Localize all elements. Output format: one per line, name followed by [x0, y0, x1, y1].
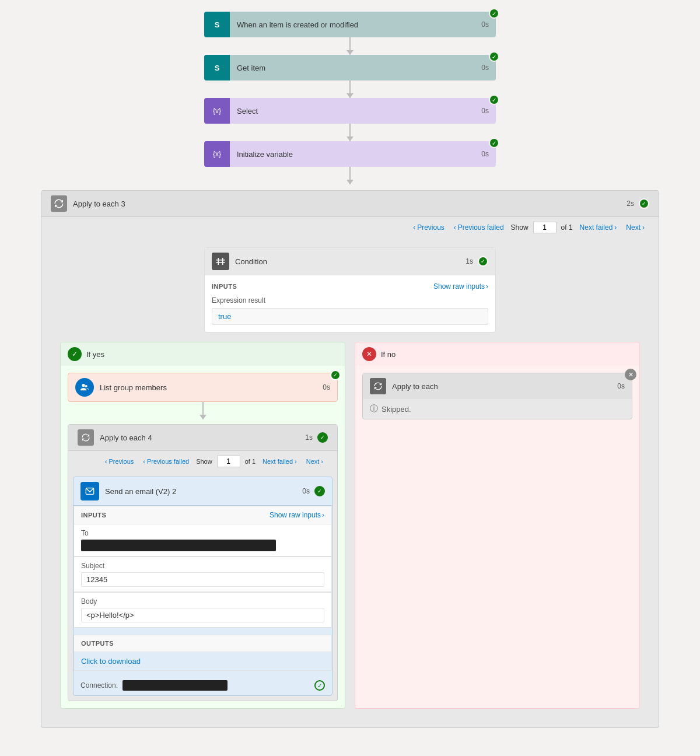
- send-email-show-raw-btn[interactable]: Show raw inputs ›: [270, 511, 324, 519]
- next-failed-chevron-4-icon: ›: [295, 458, 297, 465]
- list-group-wrapper: List group members 0s ✓: [68, 373, 338, 402]
- svg-rect-0: [216, 260, 225, 261]
- email-icon: [80, 482, 99, 501]
- apply-each-4-pagination: ‹ Previous ‹ Previous failed Show of 1: [68, 451, 337, 472]
- apply-each-3-container: Apply to each 3 2s ✓ ‹ Previous ‹ Previo…: [41, 190, 659, 728]
- next-button-3[interactable]: Next ›: [624, 222, 647, 233]
- next-failed-button-3[interactable]: Next failed ›: [578, 222, 620, 233]
- get-item-check: ✓: [489, 51, 499, 62]
- get-item-icon: S: [204, 55, 230, 80]
- apply-each-no-close-btn[interactable]: ✕: [625, 369, 636, 380]
- get-item-time: 0s: [474, 64, 496, 72]
- connector-list-apply: [202, 402, 204, 419]
- init-var-time: 0s: [474, 150, 496, 158]
- loop-icon-3: [51, 195, 67, 212]
- list-group-check: ✓: [330, 370, 341, 380]
- prev-chevron-icon: ‹: [413, 223, 415, 232]
- page-input-4[interactable]: [217, 456, 240, 467]
- connection-row: Connection: ✓: [74, 676, 332, 695]
- apply-each-3-time: 2s: [626, 200, 634, 208]
- trigger-label: When an item is created or modified: [230, 20, 474, 29]
- branch-if-yes: ✓ If yes: [60, 342, 345, 709]
- list-group-time: 0s: [323, 383, 330, 391]
- list-group-label: List group members: [100, 383, 323, 392]
- svg-point-5: [85, 385, 88, 387]
- send-email-inputs-header: INPUTS Show raw inputs ›: [74, 506, 332, 524]
- select-label: Select: [230, 107, 474, 116]
- branch-yes-content: List group members 0s ✓: [61, 366, 345, 708]
- branch-yes-title: If yes: [86, 350, 104, 359]
- outputs-section: OUTPUTS Click to download: [74, 635, 332, 671]
- to-label: To: [81, 529, 324, 537]
- send-email-label: Send an email (V2) 2: [105, 487, 302, 496]
- show-raw-inputs-btn[interactable]: Show raw inputs ›: [433, 282, 488, 290]
- connector-1: [349, 37, 351, 55]
- of-label-3: of 1: [561, 223, 573, 232]
- branch-no-header: ✕ If no: [355, 342, 639, 366]
- step-get-item[interactable]: S Get item 0s ✓: [204, 55, 496, 80]
- outputs-body: Click to download: [74, 652, 332, 671]
- apply-each-3-pagination: ‹ Previous ‹ Previous failed Show of 1 N…: [41, 217, 659, 238]
- condition-label: Condition: [235, 257, 466, 266]
- connection-value-redacted: [123, 680, 228, 691]
- send-email-inputs-wrapper: INPUTS Show raw inputs › To: [74, 506, 332, 628]
- show-label-3: Show: [511, 223, 528, 232]
- loop-icon-no: [370, 378, 386, 394]
- expression-label: Expression result: [212, 296, 488, 304]
- subject-value: 12345: [81, 572, 324, 587]
- next-failed-button-4[interactable]: Next failed ›: [260, 457, 299, 466]
- inputs-label: INPUTS: [212, 283, 237, 290]
- apply-each-no-time: 0s: [617, 382, 625, 390]
- main-canvas: S When an item is created or modified 0s…: [0, 0, 700, 740]
- step-trigger[interactable]: S When an item is created or modified 0s…: [204, 12, 496, 37]
- prev-button-3[interactable]: ‹ Previous: [411, 222, 447, 233]
- trigger-time: 0s: [474, 20, 496, 29]
- connector-4: [349, 167, 351, 184]
- condition-time: 1s: [466, 257, 473, 265]
- click-to-download-link[interactable]: Click to download: [81, 657, 141, 666]
- svg-rect-3: [222, 258, 223, 265]
- send-email-card: Send an email (V2) 2 0s ✓ INPUTS: [73, 477, 332, 696]
- condition-card: Condition 1s ✓ INPUTS Show raw inputs › …: [204, 247, 496, 332]
- svg-point-4: [82, 384, 85, 387]
- branch-no-content: ✕ Apply to each 0s: [355, 366, 639, 426]
- prev-failed-chevron-icon: ‹: [454, 223, 456, 232]
- send-email-check: ✓: [314, 486, 325, 496]
- body-field-row: Body <p>Hello!</p>: [74, 592, 332, 628]
- connection-label: Connection:: [80, 681, 118, 690]
- connector-2: [349, 80, 351, 98]
- prev-failed-button-4[interactable]: ‹ Previous failed: [141, 457, 191, 466]
- loop-icon-4: [78, 429, 94, 446]
- list-group-card[interactable]: List group members 0s ✓: [68, 373, 338, 402]
- prev-failed-button-3[interactable]: ‹ Previous failed: [452, 222, 506, 233]
- show-label-4: Show: [196, 458, 212, 465]
- list-group-icon: [75, 378, 94, 397]
- init-var-label: Initialize variable: [230, 150, 474, 159]
- send-email-inputs-label: INPUTS: [81, 512, 106, 519]
- apply-each-4-time: 1s: [305, 433, 313, 442]
- select-check: ✓: [489, 94, 499, 105]
- body-value: <p>Hello!</p>: [81, 608, 324, 622]
- branch-no-title: If no: [381, 350, 396, 359]
- apply-each-3-inner: Condition 1s ✓ INPUTS Show raw inputs › …: [41, 238, 659, 727]
- apply-each-3-check: ✓: [639, 198, 649, 209]
- next-button-4[interactable]: Next ›: [304, 457, 326, 466]
- select-icon: {v}: [204, 98, 230, 124]
- page-input-3[interactable]: [533, 222, 556, 233]
- svg-rect-2: [218, 258, 219, 265]
- apply-each-4-title: Apply to each 4: [100, 433, 305, 442]
- prev-button-4[interactable]: ‹ Previous: [103, 457, 136, 466]
- get-item-label: Get item: [230, 64, 474, 72]
- branches-container: ✓ If yes: [51, 332, 649, 718]
- step-select[interactable]: {v} Select 0s ✓: [204, 98, 496, 124]
- of-label-4: of 1: [245, 458, 256, 465]
- subject-label: Subject: [81, 562, 324, 570]
- connector-3: [349, 124, 351, 141]
- condition-header: Condition 1s ✓: [205, 248, 495, 275]
- branch-yes-check-icon: ✓: [68, 347, 82, 361]
- send-email-raw-chevron-icon: ›: [322, 511, 324, 519]
- subject-field-row: Subject 12345: [74, 556, 332, 592]
- branch-yes-header: ✓ If yes: [61, 342, 345, 366]
- step-init-var[interactable]: {x} Initialize variable 0s ✓: [204, 141, 496, 167]
- condition-inputs: INPUTS Show raw inputs › Expression resu…: [205, 275, 495, 332]
